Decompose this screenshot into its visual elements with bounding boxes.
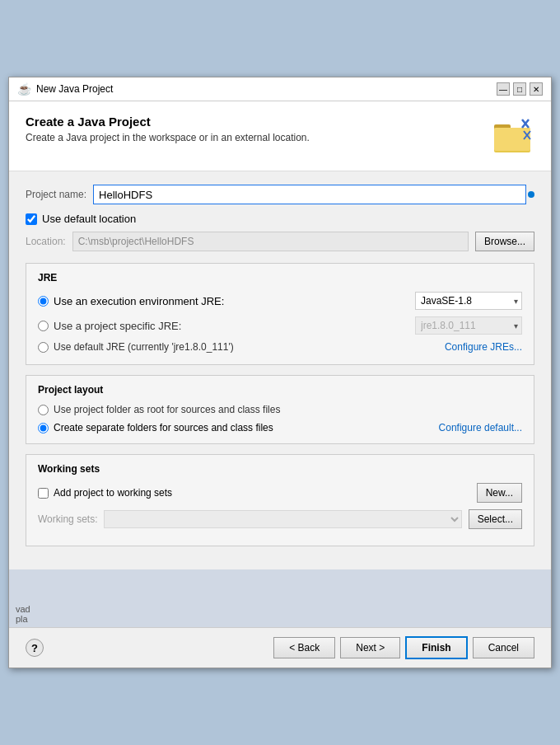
jre-default-label: Use default JRE (currently 'jre1.8.0_111… [54,341,234,353]
layout-root-label: Use project folder as root for sources a… [54,404,522,415]
background-area: vadpla [9,569,551,627]
jre-radio1-row: Use an execution environment JRE: JavaSE… [38,292,522,310]
jre-env-radio[interactable] [38,296,49,307]
next-button[interactable]: Next > [340,637,400,658]
jre-section-title: JRE [38,272,522,283]
dialog-footer: ? < Back Next > Finish Cancel [9,627,551,668]
working-sets-section: Working sets Add project to working sets… [26,454,534,546]
minimize-button[interactable]: — [497,82,510,96]
jre-specific-select-wrapper: jre1.8.0_111 [415,316,522,335]
help-button[interactable]: ? [26,639,44,657]
configure-jres-link[interactable]: Configure JREs... [445,341,522,353]
default-location-checkbox[interactable] [26,213,37,225]
layout-radio1-row: Use project folder as root for sources a… [38,404,522,415]
dialog-body: Project name: Use default location Locat… [9,171,551,569]
jre-radio2-row: Use a project specific JRE: jre1.8.0_111 [38,316,522,335]
working-sets-checkbox-row: Add project to working sets New... [38,483,522,503]
project-layout-section: Project layout Use project folder as roo… [26,375,534,444]
default-location-label: Use default location [42,213,136,225]
jre-specific-radio[interactable] [38,321,49,331]
layout-sep-radio[interactable] [38,423,49,433]
window-title: New Java Project [36,83,113,95]
location-row: Location: Browse... [26,232,534,251]
browse-button[interactable]: Browse... [475,232,534,251]
header-folder-icon [492,115,534,157]
working-sets-label: Working sets: [38,513,97,525]
footer-right: < Back Next > Finish Cancel [273,636,534,659]
bg-text: vadpla [16,604,30,624]
layout-root-radio[interactable] [38,405,49,415]
jre-env-select[interactable]: JavaSE-1.8 JavaSE-11 JavaSE-17 [415,292,522,310]
project-name-input[interactable] [93,185,526,204]
jre-radio1-inner: Use an execution environment JRE: [38,295,415,307]
project-layout-title: Project layout [38,384,522,396]
window-icon: ☕ [17,82,31,96]
working-sets-select-row: Working sets: Select... [38,509,522,529]
dialog-description: Create a Java project in the workspace o… [26,132,310,143]
back-button[interactable]: < Back [273,637,335,658]
add-to-working-sets-label: Add project to working sets [54,487,470,499]
title-bar-controls: — □ ✕ [497,82,543,96]
project-name-label: Project name: [26,189,86,200]
dialog-window: ☕ New Java Project — □ ✕ Create a Java P… [8,77,552,668]
working-sets-select [104,510,461,528]
dialog-title: Create a Java Project [26,115,310,129]
jre-section: JRE Use an execution environment JRE: Ja… [26,263,534,365]
jre-specific-label: Use a project specific JRE: [54,320,181,332]
jre-default-radio[interactable] [38,342,49,353]
jre-env-label: Use an execution environment JRE: [54,295,224,307]
default-location-checkbox-row: Use default location [26,213,534,225]
finish-button[interactable]: Finish [405,636,467,659]
title-bar-left: ☕ New Java Project [17,82,113,96]
maximize-button[interactable]: □ [513,82,526,96]
text-cursor [528,191,534,198]
header-text: Create a Java Project Create a Java proj… [26,115,310,143]
select-working-set-button[interactable]: Select... [469,509,522,529]
location-label: Location: [26,236,66,247]
add-to-working-sets-checkbox[interactable] [38,488,49,499]
project-name-row: Project name: [26,185,534,204]
working-sets-title: Working sets [38,463,522,475]
new-working-set-button[interactable]: New... [477,483,522,503]
jre-env-select-wrapper: JavaSE-1.8 JavaSE-11 JavaSE-17 [415,292,522,310]
configure-default-link[interactable]: Configure default... [439,422,522,433]
layout-sep-label: Create separate folders for sources and … [54,422,273,433]
jre-specific-select[interactable]: jre1.8.0_111 [415,316,522,335]
close-button[interactable]: ✕ [530,82,543,96]
location-input [72,232,469,251]
cancel-button[interactable]: Cancel [473,637,534,658]
footer-left: ? [26,639,44,657]
title-bar: ☕ New Java Project — □ ✕ [9,77,551,101]
jre-radio3-row: Use default JRE (currently 'jre1.8.0_111… [38,341,522,353]
layout-radio2-row: Create separate folders for sources and … [38,422,522,433]
layout-radio2-inner: Create separate folders for sources and … [38,422,273,433]
folder-svg [492,116,534,156]
dialog-header: Create a Java Project Create a Java proj… [9,101,551,171]
jre-radio2-inner: Use a project specific JRE: [38,320,415,332]
